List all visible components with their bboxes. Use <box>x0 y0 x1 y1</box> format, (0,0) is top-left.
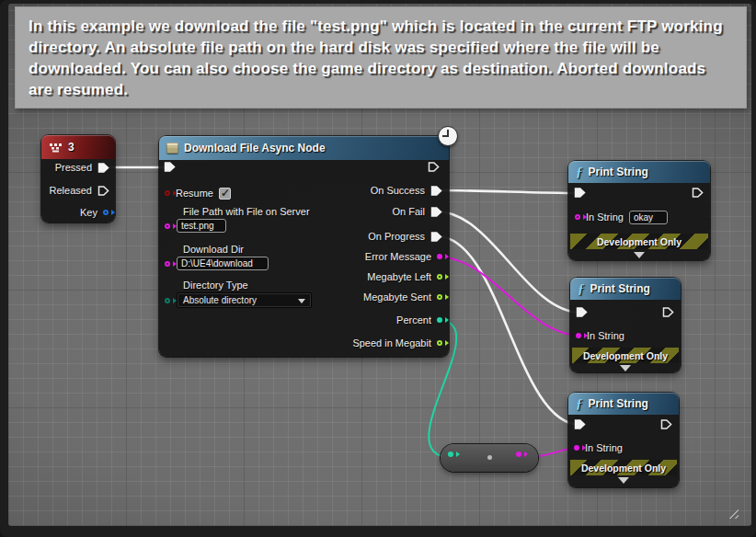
print-string-node-2[interactable]: ƒ Print String In String Development Onl… <box>570 278 681 372</box>
async-box-icon <box>166 143 178 154</box>
keyboard-icon <box>49 143 63 153</box>
print2-in-string-row[interactable]: In String <box>576 328 624 343</box>
pin-row-on-progress[interactable]: On Progress <box>368 229 442 244</box>
print-string-node-3[interactable]: ƒ Print String In String Development Onl… <box>568 393 679 487</box>
key-label: Key <box>80 207 97 218</box>
print3-in-string-label: In String <box>585 442 623 453</box>
exec-in-pin[interactable] <box>164 161 176 173</box>
exec-out-pin[interactable] <box>428 161 440 173</box>
pin-block-download-dir: Download Dir <box>165 244 269 270</box>
error-message-string-pin[interactable] <box>437 254 442 259</box>
print2-in-string-label: In String <box>587 330 624 341</box>
print3-header[interactable]: ƒ Print String <box>568 393 679 415</box>
download-dir-input[interactable] <box>177 257 269 270</box>
pin-row-percent[interactable]: Percent <box>396 313 442 327</box>
pin-row-resume[interactable]: Resume <box>165 186 231 200</box>
print1-header[interactable]: ƒ Print String <box>568 161 710 183</box>
pressed-label: Pressed <box>55 162 92 173</box>
print3-in-string-pin[interactable] <box>574 445 579 451</box>
pin-row-megabyte-sent[interactable]: Megabyte Sent <box>363 290 442 304</box>
window-resize-grip[interactable] <box>725 505 739 519</box>
on-success-exec-pin[interactable] <box>430 185 442 197</box>
pin-row-on-success[interactable]: On Success <box>371 183 442 198</box>
megabyte-left-label: Megabyte Left <box>367 271 431 282</box>
print1-exec-in-pin[interactable] <box>574 187 586 199</box>
pin-block-file-path: File Path with File on Server <box>165 206 310 233</box>
key-event-node[interactable]: 3 Pressed Released Key <box>41 135 115 223</box>
on-progress-label: On Progress <box>368 231 425 242</box>
download-dir-string-pin[interactable] <box>165 261 170 267</box>
print3-development-only-text: Development Only <box>581 463 666 474</box>
function-icon: ƒ <box>576 166 583 179</box>
print1-development-only-stripe: Development Only <box>570 234 708 249</box>
percent-label: Percent <box>396 314 431 326</box>
conversion-dot-icon <box>487 455 492 460</box>
file-path-string-pin[interactable] <box>165 223 170 229</box>
on-fail-exec-pin[interactable] <box>430 206 442 218</box>
pin-row-on-fail[interactable]: On Fail <box>393 204 442 219</box>
pin-row-key[interactable]: Key <box>80 205 109 220</box>
key-event-title: 3 <box>68 141 74 154</box>
download-file-async-node[interactable]: Download File Async Node Resume File Pat… <box>159 136 449 357</box>
megabyte-sent-float-pin[interactable] <box>437 294 442 300</box>
print1-in-string-input[interactable] <box>629 211 668 224</box>
released-exec-pin[interactable] <box>97 185 109 197</box>
print1-in-string-row[interactable]: In String <box>575 210 668 224</box>
wire-onfail-to-print2 <box>437 211 581 313</box>
directory-type-label: Directory Type <box>165 280 312 291</box>
speed-label: Speed in Megabit <box>352 337 431 348</box>
download-dir-label: Download Dir <box>165 244 269 255</box>
print2-in-string-pin[interactable] <box>576 333 581 338</box>
on-progress-exec-pin[interactable] <box>430 231 442 243</box>
wire-errormessage-to-print2 <box>437 257 581 336</box>
print-string-node-1[interactable]: ƒ Print String In String Development Onl… <box>568 161 710 260</box>
directory-type-dropdown[interactable]: Absolute directory <box>177 292 312 308</box>
resume-label: Resume <box>176 188 213 199</box>
comment-node[interactable]: In this example we download the file "te… <box>15 6 747 109</box>
print2-exec-out-pin[interactable] <box>662 306 674 318</box>
error-message-label: Error Message <box>365 251 431 262</box>
print3-collapse-arrow-icon[interactable] <box>618 477 629 484</box>
pin-row-megabyte-left[interactable]: Megabyte Left <box>367 269 442 284</box>
file-path-input[interactable] <box>177 219 226 233</box>
print1-in-string-label: In String <box>586 211 624 223</box>
directory-type-enum-pin[interactable] <box>165 298 170 303</box>
released-label: Released <box>50 185 92 196</box>
resume-checkbox[interactable] <box>219 188 231 200</box>
print2-exec-in-pin[interactable] <box>576 306 588 318</box>
resume-bool-pin[interactable] <box>165 190 170 196</box>
pin-block-directory-type: Directory Type Absolute directory <box>165 280 312 308</box>
print1-in-string-pin[interactable] <box>575 214 580 220</box>
pin-row-pressed[interactable]: Pressed <box>55 160 109 175</box>
print2-collapse-arrow-icon[interactable] <box>620 365 631 371</box>
megabyte-left-float-pin[interactable] <box>437 274 442 280</box>
print1-development-only-text: Development Only <box>597 236 682 247</box>
float-to-string-conversion-node[interactable] <box>441 444 538 472</box>
pin-row-released[interactable]: Released <box>50 183 109 198</box>
print1-collapse-arrow-icon[interactable] <box>634 252 645 258</box>
print1-exec-out-pin[interactable] <box>692 187 704 199</box>
print2-header[interactable]: ƒ Print String <box>570 278 681 300</box>
megabyte-sent-label: Megabyte Sent <box>363 291 431 303</box>
conversion-out-string-pin[interactable] <box>516 451 521 457</box>
conversion-in-float-pin[interactable] <box>448 451 453 457</box>
pin-row-error-message[interactable]: Error Message <box>365 249 442 264</box>
print3-in-string-row[interactable]: In String <box>574 440 623 455</box>
key-event-node-header[interactable]: 3 <box>41 135 115 159</box>
blueprint-window: In this example we download the file "te… <box>0 0 756 537</box>
print2-title: Print String <box>590 282 650 295</box>
wire-onsuccess-to-print1 <box>437 190 578 193</box>
print3-exec-in-pin[interactable] <box>574 418 586 430</box>
wire-onprogress-to-print3 <box>437 236 580 425</box>
download-node-header[interactable]: Download File Async Node <box>159 136 449 160</box>
print3-development-only-stripe: Development Only <box>570 460 677 475</box>
key-data-pin[interactable] <box>103 210 109 215</box>
pin-row-speed[interactable]: Speed in Megabit <box>352 336 442 350</box>
print2-development-only-stripe: Development Only <box>572 348 679 363</box>
percent-float-pin[interactable] <box>437 317 442 323</box>
print3-exec-out-pin[interactable] <box>660 418 672 430</box>
blueprint-canvas[interactable]: In this example we download the file "te… <box>8 4 751 526</box>
function-icon: ƒ <box>576 397 583 411</box>
pressed-exec-pin[interactable] <box>97 162 109 174</box>
speed-float-pin[interactable] <box>437 340 442 346</box>
